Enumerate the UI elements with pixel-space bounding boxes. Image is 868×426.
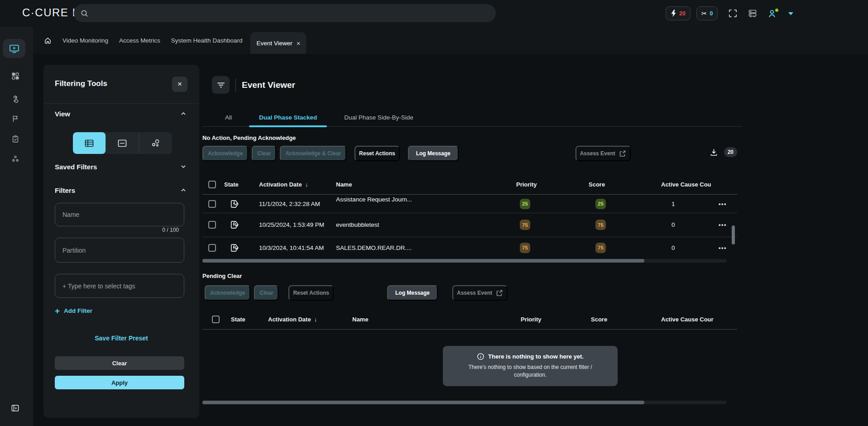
reset-actions-button[interactable]: Reset Actions xyxy=(288,285,334,301)
col-priority[interactable]: Priority xyxy=(521,316,591,323)
horizontal-scrollbar-thumb[interactable] xyxy=(202,259,644,263)
close-icon: × xyxy=(177,80,182,89)
table-row[interactable]: 10/25/2024, 1:53:49 PM eventbubbletest 7… xyxy=(202,213,737,237)
home-icon[interactable] xyxy=(44,37,52,44)
col-state[interactable]: State xyxy=(231,316,268,323)
apply-filters-button[interactable]: Apply xyxy=(55,376,184,389)
tab-all[interactable]: All xyxy=(215,109,242,127)
clear-button[interactable]: Clear xyxy=(252,146,276,161)
chevron-up-icon[interactable] xyxy=(180,187,187,193)
row-checkbox[interactable] xyxy=(208,244,216,252)
active-cause-count: 0 xyxy=(661,244,719,251)
partition-field[interactable] xyxy=(55,238,184,263)
select-all-checkbox[interactable] xyxy=(212,316,220,323)
chevron-down-icon[interactable] xyxy=(180,163,187,170)
close-panel-button[interactable]: × xyxy=(172,77,187,92)
sort-desc-icon: ↓ xyxy=(314,316,317,323)
section1-table-header: State Activation Date ↓ Name Priority Sc… xyxy=(202,174,737,195)
expand-panel-icon[interactable] xyxy=(11,404,19,412)
table-view-icon xyxy=(85,139,94,147)
acknowledge-button[interactable]: Acknowledge xyxy=(205,285,250,301)
panel-divider xyxy=(43,103,199,104)
row-checkbox[interactable] xyxy=(208,221,216,229)
view-mode-bubble[interactable] xyxy=(139,132,172,154)
save-filter-preset-link[interactable]: Save Filter Preset xyxy=(43,335,199,342)
section-filters-label: Filters xyxy=(55,187,75,194)
section-view-label: View xyxy=(55,110,70,118)
clear-button[interactable]: Clear xyxy=(254,285,278,301)
section2-toolbar: Acknowledge Clear Reset Actions Log Mess… xyxy=(202,285,508,301)
col-score[interactable]: Score xyxy=(589,181,661,188)
download-icon[interactable] xyxy=(710,148,718,157)
col-score[interactable]: Score xyxy=(591,316,661,323)
score-badge: 75 xyxy=(595,220,606,230)
filter-lines-icon xyxy=(217,82,225,88)
tools-button[interactable]: ✂ 0 xyxy=(696,6,718,20)
view-mode-table[interactable] xyxy=(73,132,106,154)
monitor-play-icon xyxy=(9,44,19,53)
row-menu-icon[interactable]: ••• xyxy=(719,244,737,251)
search-input[interactable] xyxy=(92,10,489,17)
col-activation-date[interactable]: Activation Date ↓ xyxy=(268,316,352,323)
col-active-cause-count[interactable]: Active Cause Cour xyxy=(661,316,737,323)
log-message-button[interactable]: Log Message xyxy=(387,285,438,301)
assess-event-label: Assess Event xyxy=(580,150,615,157)
add-filter-button[interactable]: + Add Filter xyxy=(55,306,92,315)
card-view-icon xyxy=(118,139,127,147)
assess-event-button[interactable]: Assess Event xyxy=(575,146,631,161)
sidebar-item-flag[interactable] xyxy=(11,114,19,123)
name-field[interactable] xyxy=(55,203,184,226)
assess-event-button[interactable]: Assess Event xyxy=(452,285,508,301)
topbar-actions: 20 ✂ 0 xyxy=(666,0,794,27)
user-icon[interactable] xyxy=(767,9,777,19)
nav-tab-access-metrics[interactable]: Access Metrics xyxy=(119,37,160,44)
acknowledge-and-clear-button[interactable]: Acknowledge & Clear xyxy=(280,146,346,161)
clear-filters-button[interactable]: Clear xyxy=(55,356,184,370)
reset-actions-button[interactable]: Reset Actions xyxy=(355,146,400,161)
sidebar-item-touch[interactable] xyxy=(11,95,19,103)
sidebar-item-clipboard[interactable] xyxy=(11,134,19,143)
col-activation-date[interactable]: Activation Date ↓ xyxy=(259,181,336,188)
select-all-checkbox[interactable] xyxy=(208,181,216,188)
col-priority[interactable]: Priority xyxy=(516,181,589,188)
filter-toggle-button[interactable] xyxy=(212,76,230,94)
view-mode-card[interactable] xyxy=(106,132,139,154)
external-link-icon xyxy=(496,289,503,297)
tab-dual-phase-stacked[interactable]: Dual Phase Stacked xyxy=(249,109,327,127)
alerts-button[interactable]: 20 xyxy=(666,6,691,20)
close-tab-icon[interactable]: × xyxy=(297,40,301,47)
row-checkbox[interactable] xyxy=(208,200,216,208)
tags-field[interactable] xyxy=(55,274,184,298)
nav-tab-event-viewer[interactable]: Event Viewer × xyxy=(250,32,306,54)
col-state[interactable]: State xyxy=(224,181,259,188)
nav-tab-video-monitoring[interactable]: Video Monitoring xyxy=(62,37,108,44)
tools-count: 0 xyxy=(710,10,713,17)
nav-tab-event-viewer-label: Event Viewer xyxy=(256,40,292,47)
table-row[interactable]: 11/1/2024, 2:32:28 AM Assistance Request… xyxy=(202,195,737,213)
score-badge: 75 xyxy=(595,243,606,253)
global-search[interactable] xyxy=(74,4,496,22)
acknowledge-button[interactable]: Acknowledge xyxy=(202,146,248,161)
viewer-tabs: All Dual Phase Stacked Dual Phase Side-B… xyxy=(202,109,743,127)
server-icon[interactable] xyxy=(748,9,758,19)
export-group: 20 xyxy=(710,147,737,157)
sidebar-item-video-monitoring[interactable] xyxy=(3,39,25,58)
log-message-button[interactable]: Log Message xyxy=(408,146,459,161)
col-active-cause-count[interactable]: Active Cause Cou xyxy=(661,181,719,188)
header-divider xyxy=(235,78,236,92)
chevron-down-icon[interactable] xyxy=(788,12,794,15)
horizontal-scrollbar-thumb[interactable] xyxy=(202,401,644,404)
col-name[interactable]: Name xyxy=(336,181,516,188)
empty-state-subtitle: There's nothing to show based on the cur… xyxy=(462,364,598,379)
nav-tab-system-health[interactable]: System Health Dashboard xyxy=(171,37,243,44)
tab-dual-phase-side-by-side[interactable]: Dual Phase Side-By-Side xyxy=(334,109,423,127)
vertical-scrollbar[interactable] xyxy=(732,225,735,244)
chevron-up-icon[interactable] xyxy=(180,110,187,117)
table-row[interactable]: 10/3/2024, 10:41:54 AM SALES.DEMO.REAR.D… xyxy=(202,237,737,258)
col-name[interactable]: Name xyxy=(352,316,521,323)
sidebar-item-dashboard[interactable] xyxy=(11,72,19,80)
sidebar-item-groups[interactable] xyxy=(11,154,19,163)
fullscreen-icon[interactable] xyxy=(728,9,738,18)
row-date: 10/25/2024, 1:53:49 PM xyxy=(259,221,336,228)
row-menu-icon[interactable]: ••• xyxy=(719,201,737,207)
